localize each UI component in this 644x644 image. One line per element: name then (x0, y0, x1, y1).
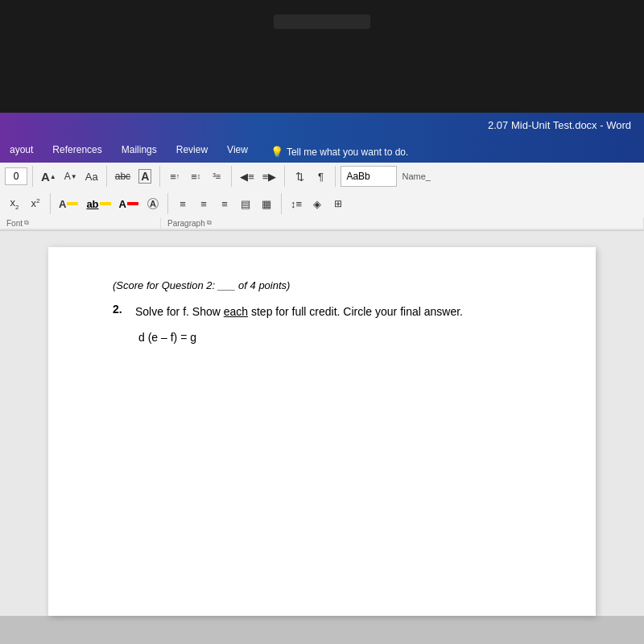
align-left-button[interactable]: ≡ (173, 193, 192, 214)
ribbon-font-row: A▲ A▼ Aa abc A ≡↑ ≡↕ ³≡ ◀≡ (0, 163, 644, 190)
show-hide-button[interactable]: ¶ (311, 166, 330, 187)
tab-view[interactable]: View (217, 137, 258, 163)
underline-color-bar-icon (100, 202, 111, 205)
laptop-bezel (0, 0, 644, 113)
superscript-button[interactable]: x2 (26, 193, 45, 214)
tab-layout[interactable]: ayout (0, 137, 43, 163)
bullets-icon: ≡ (170, 171, 176, 183)
line-spacing-button[interactable]: ↕≡ (287, 193, 306, 214)
group-labels-row: Font ⧉ Paragraph ⧉ (0, 217, 644, 230)
highlight-bar-icon (67, 202, 78, 205)
separator (32, 166, 33, 187)
multilevel-icon: ³≡ (213, 171, 221, 181)
align-right-icon: ≡ (221, 198, 228, 210)
ribbon-tabs-bar: ayout References Mailings Review View 💡 … (0, 137, 644, 163)
tab-references[interactable]: References (43, 137, 111, 163)
subscript-button[interactable]: x2 (5, 193, 24, 214)
each-underline: each (224, 305, 248, 318)
underline-color-icon: ab (86, 198, 98, 210)
styles-panel[interactable]: AaBb (341, 166, 397, 187)
align-center-button[interactable]: ≡ (194, 193, 213, 214)
strikethrough-button[interactable]: abc (112, 166, 134, 187)
increase-font-button[interactable]: A▲ (38, 166, 60, 187)
ribbon-format-row: x2 x2 A ab A A ≡ ≡ (0, 190, 644, 217)
separator8 (167, 193, 168, 214)
score-line: (Score for Question 2: ___ of 4 points) (113, 279, 547, 291)
separator4 (231, 166, 232, 187)
justify-icon: ▤ (241, 198, 250, 210)
lightbulb-icon: 💡 (270, 146, 283, 158)
font-size-input[interactable] (5, 167, 27, 185)
separator9 (281, 193, 282, 214)
borders-button[interactable]: ⊞ (328, 193, 348, 214)
columns-icon: ▦ (262, 198, 271, 210)
font-group-label: Font ⧉ (0, 217, 161, 229)
window-title: 2.07 Mid-Unit Test.docx - Word (488, 119, 631, 131)
font-highlight-icon: A (138, 169, 151, 184)
align-left-icon: ≡ (180, 198, 186, 210)
text-highlight-button[interactable]: A (56, 193, 81, 214)
font-color-button[interactable]: A (116, 193, 142, 214)
question-number: 2. (113, 303, 127, 347)
change-case-button[interactable]: Aa (82, 166, 101, 187)
styles-name: Name_ (402, 171, 430, 181)
font-color-icon: A (119, 198, 126, 210)
superscript-icon: x2 (31, 197, 40, 209)
font-circle-button[interactable]: A (143, 193, 163, 214)
bullets-button[interactable]: ≡↑ (165, 166, 184, 187)
equation: d (e – f) = g (135, 328, 463, 346)
text-highlight-icon: A (59, 198, 66, 210)
decrease-indent-button[interactable]: ◀≡ (237, 166, 258, 187)
numbering-icon: ≡ (191, 171, 197, 183)
decrease-indent-icon: ◀≡ (240, 171, 254, 183)
increase-indent-icon: ≡▶ (262, 171, 277, 183)
sort-button[interactable]: ⇅ (290, 166, 309, 187)
question-block: 2. Solve for f. Show each step for full … (113, 303, 547, 347)
tab-mailings[interactable]: Mailings (112, 137, 167, 163)
subscript-icon: x2 (10, 196, 19, 211)
font-color-bar-icon (127, 202, 138, 205)
tab-review[interactable]: Review (167, 137, 217, 163)
decrease-font-button[interactable]: A▼ (61, 166, 80, 187)
styles-preview: AaBb (346, 171, 369, 182)
paragraph-mark-icon: ¶ (318, 171, 324, 183)
font-expand-icon[interactable]: ⧉ (24, 219, 29, 227)
numbering-button[interactable]: ≡↕ (186, 166, 205, 187)
align-center-icon: ≡ (200, 198, 207, 210)
tell-me-bar[interactable]: 💡 Tell me what you want to do. (264, 142, 415, 163)
justify-button[interactable]: ▤ (236, 193, 255, 214)
separator6 (335, 166, 336, 187)
title-bar: 2.07 Mid-Unit Test.docx - Word (0, 113, 644, 137)
text-underline-color-button[interactable]: ab (83, 193, 114, 214)
font-shrink-icon: A (64, 171, 71, 182)
question-text: Solve for f. Show each step for full cre… (135, 303, 463, 347)
document-area: (Score for Question 2: ___ of 4 points) … (0, 231, 644, 616)
ribbon-toolbar: A▲ A▼ Aa abc A ≡↑ ≡↕ ³≡ ◀≡ (0, 163, 644, 231)
multilevel-button[interactable]: ³≡ (207, 166, 226, 187)
font-grow-icon: A (41, 170, 50, 184)
sup-icon: ▲ (50, 173, 56, 180)
shading-button[interactable]: ◈ (308, 193, 327, 214)
sub-icon: ▼ (71, 173, 77, 180)
change-case-icon: Aa (85, 171, 98, 183)
borders-icon: ⊞ (334, 198, 342, 209)
separator5 (284, 166, 285, 187)
paragraph-group-label: Paragraph ⧉ (161, 217, 644, 229)
strikethrough-icon: abc (115, 171, 130, 182)
line-spacing-icon: ↕≡ (291, 198, 302, 210)
separator2 (106, 166, 107, 187)
document-page[interactable]: (Score for Question 2: ___ of 4 points) … (48, 247, 596, 616)
font-color-box-button[interactable]: A (135, 166, 155, 187)
font-circle-icon: A (147, 198, 159, 209)
separator7 (50, 193, 51, 214)
columns-button[interactable]: ▦ (257, 193, 276, 214)
shading-icon: ◈ (313, 198, 321, 210)
paragraph-expand-icon[interactable]: ⧉ (207, 219, 212, 227)
increase-indent-button[interactable]: ≡▶ (259, 166, 280, 187)
sort-icon: ⇅ (295, 171, 304, 183)
align-right-button[interactable]: ≡ (215, 193, 234, 214)
separator3 (159, 166, 160, 187)
